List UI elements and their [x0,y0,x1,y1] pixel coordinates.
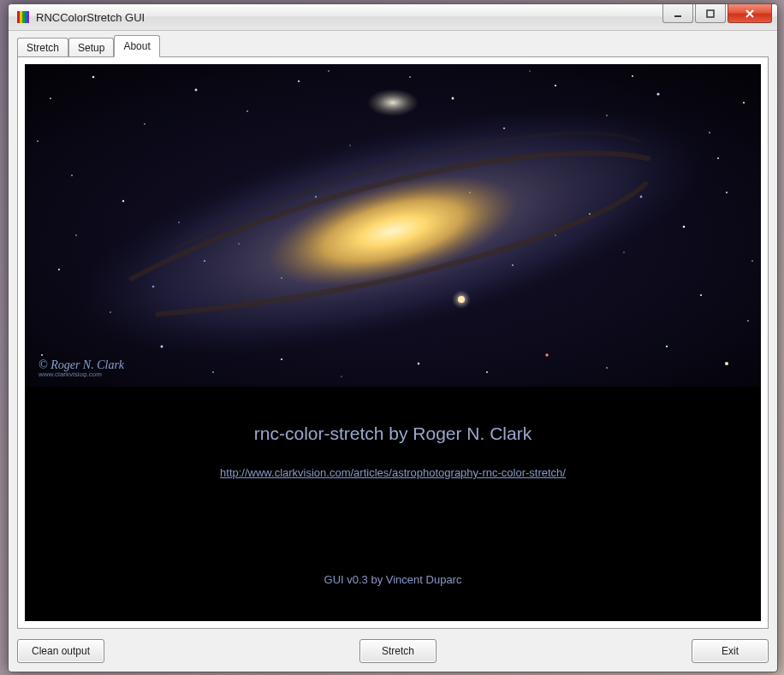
about-title: rnc-color-stretch by Roger N. Clark [25,423,761,444]
svg-point-46 [632,75,633,77]
image-credit-line1: © Roger N. Clark [39,359,124,371]
app-window: RNCColorStretch GUI Stretch Setup About [8,3,778,672]
minimize-button[interactable] [662,4,693,23]
stretch-button[interactable]: Stretch [359,639,437,663]
svg-point-42 [75,234,76,235]
svg-rect-1 [20,11,22,23]
svg-rect-3 [25,11,27,23]
about-link[interactable]: http://www.clarkvision.com/articles/astr… [220,466,566,479]
svg-point-53 [238,243,239,244]
svg-point-62 [152,286,155,288]
svg-point-20 [709,132,710,133]
tab-about[interactable]: About [114,35,159,57]
svg-point-36 [666,346,668,347]
tab-stretch[interactable]: Stretch [17,38,68,57]
svg-rect-0 [17,11,20,23]
svg-point-21 [743,102,745,104]
svg-point-49 [751,260,752,261]
svg-point-48 [37,140,39,142]
svg-point-24 [726,192,728,193]
svg-point-40 [747,320,749,322]
window-title: RNCColorStretch GUI [36,11,662,24]
svg-point-45 [529,70,530,71]
app-icon [15,9,31,25]
about-canvas: © Roger N. Clark www.clarkvision.com rnc… [25,64,761,621]
svg-rect-6 [707,10,714,17]
svg-point-44 [409,76,411,78]
svg-point-64 [367,89,419,116]
svg-point-33 [486,371,488,373]
svg-point-34 [545,353,548,356]
svg-rect-5 [674,15,681,17]
svg-point-8 [50,98,51,99]
close-button[interactable] [728,4,772,23]
svg-point-31 [341,376,342,376]
image-credit: © Roger N. Clark www.clarkvision.com [39,359,124,378]
svg-rect-2 [22,11,25,23]
about-text-block: rnc-color-stretch by Roger N. Clark http… [25,423,761,586]
svg-point-63 [640,196,643,198]
svg-point-35 [606,367,608,369]
window-controls [662,4,777,30]
maximize-button[interactable] [695,4,726,23]
tabs-row: Stretch Setup About [17,36,769,56]
svg-point-38 [41,354,43,356]
svg-point-60 [623,252,624,252]
bottom-button-row: Clean output Stretch Exit [17,639,769,663]
svg-point-10 [144,123,145,124]
svg-point-41 [700,294,702,296]
svg-rect-4 [27,11,29,23]
svg-point-11 [195,89,198,92]
svg-point-66 [458,296,465,303]
svg-point-29 [212,371,214,373]
svg-point-13 [298,80,300,82]
svg-point-12 [246,110,248,112]
about-footer: GUI v0.3 by Vincent Duparc [25,573,761,586]
clean-output-button[interactable]: Clean output [17,639,104,663]
svg-point-32 [418,363,419,364]
svg-point-25 [683,226,686,228]
tab-setup[interactable]: Setup [68,38,114,57]
galaxy-image [25,64,761,387]
svg-point-47 [328,70,329,71]
svg-point-57 [512,264,514,266]
svg-point-58 [555,234,555,235]
svg-point-37 [725,362,728,365]
svg-point-54 [281,277,282,279]
svg-point-9 [92,76,95,79]
svg-point-52 [204,260,205,262]
svg-point-61 [178,222,180,223]
svg-point-43 [717,157,719,159]
svg-point-19 [656,92,659,95]
svg-point-22 [71,175,73,176]
client-area: Stretch Setup About [9,31,777,672]
svg-point-15 [452,98,454,100]
svg-point-26 [58,269,60,270]
svg-point-30 [281,358,282,360]
svg-point-59 [589,213,591,215]
titlebar[interactable]: RNCColorStretch GUI [9,4,777,31]
exit-button[interactable]: Exit [692,639,769,663]
svg-point-56 [469,192,471,193]
image-credit-line2: www.clarkvision.com [39,371,124,378]
svg-point-17 [555,85,556,86]
svg-point-23 [122,200,124,202]
svg-point-55 [315,196,317,198]
tab-page-about: © Roger N. Clark www.clarkvision.com rnc… [17,56,769,629]
